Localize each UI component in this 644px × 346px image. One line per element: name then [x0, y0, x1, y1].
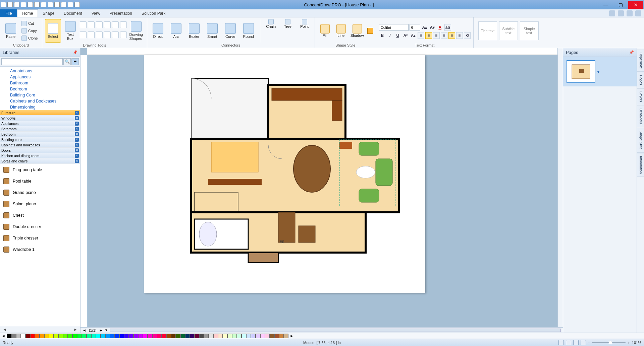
color-swatch[interactable]	[7, 334, 11, 338]
color-swatch[interactable]	[101, 334, 105, 338]
tab-view[interactable]: View	[87, 9, 105, 17]
status-icon[interactable]	[581, 340, 586, 345]
color-swatch[interactable]	[284, 334, 288, 338]
maximize-button[interactable]: ▢	[613, 1, 628, 9]
size-select[interactable]	[410, 24, 420, 31]
color-swatch[interactable]	[213, 334, 218, 338]
palette-next[interactable]: ►	[290, 334, 294, 338]
shape-item[interactable]: Wardrobe 1	[0, 244, 80, 255]
panel-scroll[interactable]: ◄►	[0, 326, 80, 333]
italic-button[interactable]: I	[387, 32, 393, 39]
qat-icon[interactable]	[54, 2, 60, 7]
palette-prev[interactable]: ◄	[1, 334, 5, 338]
fill-button[interactable]: Fill	[318, 24, 332, 38]
tab-shape[interactable]: Shape	[38, 9, 59, 17]
color-swatch[interactable]	[21, 334, 25, 338]
shrink-font-icon[interactable]: A▾	[429, 24, 436, 31]
color-swatch[interactable]	[63, 334, 68, 338]
preset-simple[interactable]: Simple text	[520, 21, 539, 40]
preset-title[interactable]: Title text	[478, 21, 497, 40]
floor-plan-drawing[interactable]: up	[164, 65, 406, 279]
qat-icon[interactable]	[21, 2, 26, 7]
shape-item[interactable]: Triple dresser	[0, 232, 80, 244]
close-icon[interactable]: ✕	[75, 116, 79, 120]
tab-home[interactable]: Home	[17, 9, 38, 17]
qat-icon[interactable]	[74, 2, 80, 7]
zoom-slider[interactable]	[592, 342, 626, 343]
qat-icon[interactable]	[1, 2, 6, 7]
tab-presentation[interactable]: Presentation	[105, 9, 137, 17]
connector-round[interactable]: Round	[240, 19, 257, 43]
tree-item[interactable]: Dimensioning	[10, 104, 77, 110]
status-icon[interactable]	[573, 340, 579, 345]
color-swatch[interactable]	[209, 334, 213, 338]
color-swatch[interactable]	[157, 334, 162, 338]
sidetab-layers[interactable]: Layers	[637, 88, 644, 105]
color-swatch[interactable]	[115, 334, 119, 338]
shape-item[interactable]: Double dresser	[0, 221, 80, 232]
color-swatch[interactable]	[58, 334, 63, 338]
shape-item[interactable]: Grand piano	[0, 187, 80, 198]
tab-solution-park[interactable]: Solution Park	[137, 9, 170, 17]
font-color-icon[interactable]: A	[437, 24, 443, 31]
cut-button[interactable]: Cut	[20, 20, 39, 27]
close-icon[interactable]: ✕	[75, 154, 79, 158]
scrollbar-horizontal[interactable]: ◄(1/1)►▾	[80, 327, 563, 333]
color-swatch[interactable]	[152, 334, 157, 338]
color-swatch[interactable]	[133, 334, 138, 338]
color-swatch[interactable]	[227, 334, 232, 338]
color-swatch[interactable]	[218, 334, 223, 338]
color-swatch[interactable]	[204, 334, 209, 338]
color-swatch[interactable]	[77, 334, 82, 338]
color-swatch[interactable]	[68, 334, 72, 338]
help-icon[interactable]	[618, 10, 624, 16]
close-child-icon[interactable]	[635, 10, 641, 16]
qat-icon[interactable]	[61, 2, 66, 7]
close-icon[interactable]: ✕	[75, 138, 79, 142]
library-row[interactable]: Windows✕	[0, 116, 80, 121]
search-button[interactable]: 🔍	[63, 58, 71, 65]
color-swatch[interactable]	[176, 334, 180, 338]
minimize-button[interactable]: —	[598, 1, 613, 9]
subscript-button[interactable]: A₂	[410, 32, 417, 39]
close-icon[interactable]: ✕	[75, 122, 79, 126]
restore-child-icon[interactable]	[627, 10, 633, 16]
library-row[interactable]: Doors✕	[0, 148, 80, 153]
scrollbar-vertical[interactable]	[557, 48, 563, 327]
qat-icon[interactable]	[14, 2, 19, 7]
color-swatch[interactable]	[185, 334, 190, 338]
clone-button[interactable]: Clone	[20, 35, 39, 42]
color-swatch[interactable]	[274, 334, 279, 338]
canvas[interactable]: up ◄(1/1)►▾	[80, 48, 563, 333]
color-swatch[interactable]	[91, 334, 96, 338]
color-swatch[interactable]	[232, 334, 237, 338]
library-row[interactable]: Appliances✕	[0, 121, 80, 126]
connector-curve[interactable]: Curve	[222, 19, 238, 43]
close-icon[interactable]: ✕	[75, 159, 79, 163]
tool[interactable]	[120, 31, 127, 38]
connector-bezier[interactable]: Bezier	[186, 19, 202, 43]
line-button[interactable]: Line	[334, 24, 348, 38]
color-swatch[interactable]	[223, 334, 227, 338]
align-bottom-button[interactable]: ≡	[456, 32, 463, 39]
grow-font-icon[interactable]: A▴	[421, 24, 428, 31]
color-swatch[interactable]	[166, 334, 171, 338]
underline-button[interactable]: U	[394, 32, 401, 39]
color-swatch[interactable]	[195, 334, 199, 338]
color-swatch[interactable]	[110, 334, 115, 338]
chain-button[interactable]: Chain	[264, 19, 278, 43]
point-button[interactable]: Point	[297, 19, 312, 43]
shadow-button[interactable]: Shadow	[350, 24, 365, 38]
color-swatch[interactable]	[44, 334, 49, 338]
sidetab-information[interactable]: Information	[637, 153, 644, 177]
tool[interactable]	[80, 31, 87, 38]
zoom-in-button[interactable]: +	[628, 341, 630, 345]
qat-icon[interactable]	[48, 2, 53, 7]
pin-icon[interactable]: 📌	[73, 50, 77, 55]
library-row[interactable]: Building core✕	[0, 137, 80, 142]
layout-icon[interactable]	[609, 10, 615, 16]
shape-item[interactable]: Ping-pong table	[0, 164, 80, 176]
align-middle-button[interactable]: ≡	[448, 32, 455, 39]
connector-direct[interactable]: Direct	[150, 19, 166, 43]
color-swatch[interactable]	[256, 334, 260, 338]
